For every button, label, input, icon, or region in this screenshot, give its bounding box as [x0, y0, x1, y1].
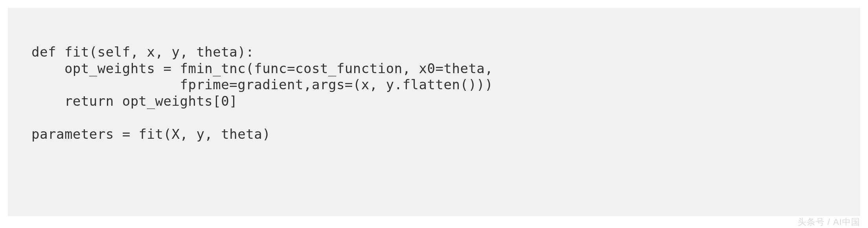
code-line: return opt_weights[0]: [31, 93, 237, 109]
code-line: def fit(self, x, y, theta):: [31, 44, 254, 60]
code-content: def fit(self, x, y, theta): opt_weights …: [31, 28, 837, 159]
code-line: opt_weights = fmin_tnc(func=cost_functio…: [31, 61, 493, 76]
code-line: fprime=gradient,args=(x, y.flatten())): [31, 77, 493, 92]
watermark-label: 头条号 / AI中国: [798, 216, 860, 228]
code-line: parameters = fit(X, y, theta): [31, 126, 270, 142]
code-block: def fit(self, x, y, theta): opt_weights …: [8, 8, 860, 216]
